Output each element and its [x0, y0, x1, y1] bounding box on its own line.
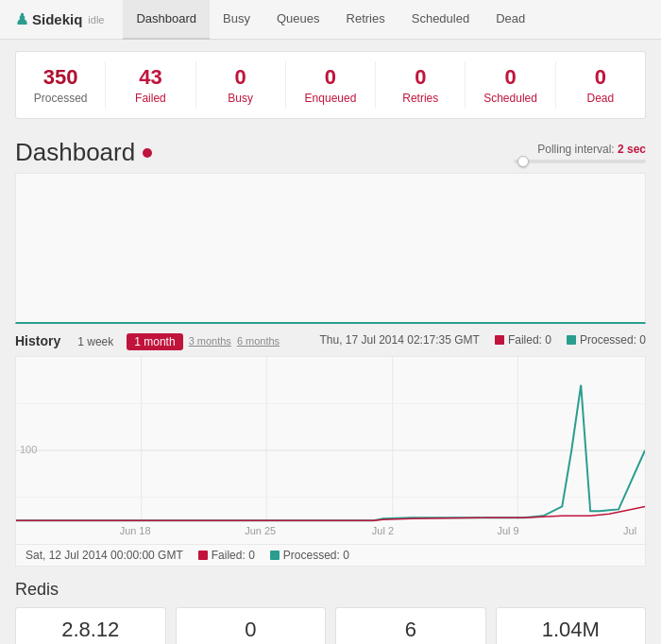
stat-enqueued-label: Enqueued — [294, 92, 367, 105]
stat-failed: 43 Failed — [106, 61, 195, 109]
stat-retries: 0 Retries — [376, 61, 466, 109]
svg-text:Jul 9: Jul 9 — [497, 525, 518, 536]
stat-busy-label: Busy — [204, 92, 278, 105]
stat-scheduled-label: Scheduled — [473, 92, 547, 105]
history-controls: History 1 week 1 month 3 months 6 months… — [0, 324, 661, 354]
header: ♟ Sidekiq idle Dashboard Busy Queues Ret… — [0, 0, 661, 40]
svg-text:Jun 18: Jun 18 — [120, 525, 151, 536]
realtime-chart — [15, 173, 646, 324]
dashboard-header: Dashboard Polling interval: 2 sec — [0, 130, 661, 173]
logo-icon: ♟ — [15, 10, 28, 28]
nav-queues[interactable]: Queues — [263, 0, 333, 40]
svg-text:Jul 2: Jul 2 — [372, 525, 394, 536]
stat-processed-label: Processed — [24, 92, 97, 105]
chart-legend-failed-dot — [198, 551, 208, 560]
redis-cards: 2.8.12 0 6 1.04M — [15, 607, 646, 644]
redis-title: Redis — [15, 580, 646, 600]
logo: ♟ Sidekiq idle — [15, 10, 104, 28]
redis-card-0: 2.8.12 — [15, 607, 166, 644]
legend-failed-label: Failed: 0 — [508, 333, 551, 347]
nav-retries[interactable]: Retries — [333, 0, 398, 40]
app-status: idle — [88, 14, 104, 25]
chart-legend-failed-label: Failed: 0 — [212, 549, 255, 562]
polling-wrap: Polling interval: 2 sec — [514, 143, 646, 163]
stats-bar: 350 Processed 43 Failed 0 Busy 0 Enqueue… — [15, 51, 646, 119]
chart-legend-processed-label: Processed: 0 — [283, 549, 349, 562]
redis-card-value-2: 6 — [347, 618, 474, 642]
stat-dead-label: Dead — [564, 92, 637, 105]
stat-enqueued: 0 Enqueued — [286, 61, 376, 109]
legend-processed: Processed: 0 — [567, 333, 646, 347]
legend-processed-label: Processed: 0 — [580, 333, 646, 347]
svg-text:100: 100 — [20, 444, 37, 455]
chart-legend-processed-dot — [270, 551, 280, 560]
history-date-info: Thu, 17 Jul 2014 02:17:35 GMT Failed: 0 … — [319, 333, 646, 347]
stat-retries-value: 0 — [383, 65, 457, 90]
redis-card-1: 0 — [176, 607, 327, 644]
svg-text:Jun 25: Jun 25 — [245, 525, 276, 536]
legend-failed: Failed: 0 — [495, 333, 551, 347]
stat-scheduled: 0 Scheduled — [466, 61, 555, 109]
nav-dashboard[interactable]: Dashboard — [123, 0, 210, 40]
redis-card-3: 1.04M — [496, 607, 647, 644]
history-chart-svg: 100 Jun 18 Jun 25 Jul 2 Jul 9 Jul — [16, 357, 645, 544]
redis-card-2: 6 — [335, 607, 486, 644]
chart-info-bar: Sat, 12 Jul 2014 00:00:00 GMT Failed: 0 … — [15, 545, 646, 567]
dashboard-title: Dashboard — [15, 138, 135, 167]
polling-value: 2 sec — [618, 143, 646, 156]
dashboard-title-wrap: Dashboard — [15, 138, 152, 167]
stat-busy-value: 0 — [204, 65, 278, 90]
polling-slider[interactable] — [514, 160, 646, 163]
stat-enqueued-value: 0 — [294, 65, 367, 90]
nav-dead[interactable]: Dead — [483, 0, 538, 40]
app-name: Sidekiq — [32, 11, 82, 27]
history-chart: 100 Jun 18 Jun 25 Jul 2 Jul 9 Jul — [15, 356, 646, 545]
legend-processed-dot — [567, 335, 576, 345]
nav-busy[interactable]: Busy — [210, 0, 263, 40]
stat-processed: 350 Processed — [16, 61, 106, 109]
stat-failed-label: Failed — [113, 92, 187, 105]
slider-thumb[interactable] — [517, 156, 529, 167]
stat-retries-label: Retries — [383, 92, 457, 105]
redis-section: Redis 2.8.12 0 6 1.04M — [0, 567, 661, 644]
stat-dead-value: 0 — [564, 65, 637, 90]
history-btn-3months[interactable]: 3 months — [189, 335, 231, 347]
stat-processed-value: 350 — [24, 65, 97, 90]
history-small-btns: 3 months 6 months — [189, 335, 280, 347]
history-label: History — [15, 333, 60, 348]
chart-legend-processed: Processed: 0 — [270, 549, 349, 562]
history-btn-1month[interactable]: 1 month — [127, 333, 182, 350]
stat-dead: 0 Dead — [556, 61, 645, 109]
main-nav: Dashboard Busy Queues Retries Scheduled … — [123, 0, 538, 39]
polling-label: Polling interval: 2 sec — [537, 143, 646, 156]
legend-failed-dot — [495, 335, 504, 345]
history-hover-date: Thu, 17 Jul 2014 02:17:35 GMT — [319, 333, 479, 347]
stat-scheduled-value: 0 — [473, 65, 547, 90]
stat-failed-value: 43 — [113, 65, 187, 90]
chart-legend-failed: Failed: 0 — [198, 549, 255, 562]
svg-text:Jul: Jul — [623, 525, 636, 536]
history-btn-1week[interactable]: 1 week — [70, 333, 121, 350]
redis-card-value-1: 0 — [188, 618, 314, 642]
history-btn-6months[interactable]: 6 months — [237, 335, 280, 347]
redis-card-value-3: 1.04M — [508, 618, 635, 642]
chart-bottom-date: Sat, 12 Jul 2014 00:00:00 GMT — [25, 549, 183, 562]
nav-scheduled[interactable]: Scheduled — [398, 0, 483, 40]
status-dot — [143, 148, 152, 158]
redis-card-value-0: 2.8.12 — [27, 618, 154, 642]
stat-busy: 0 Busy — [196, 61, 286, 109]
